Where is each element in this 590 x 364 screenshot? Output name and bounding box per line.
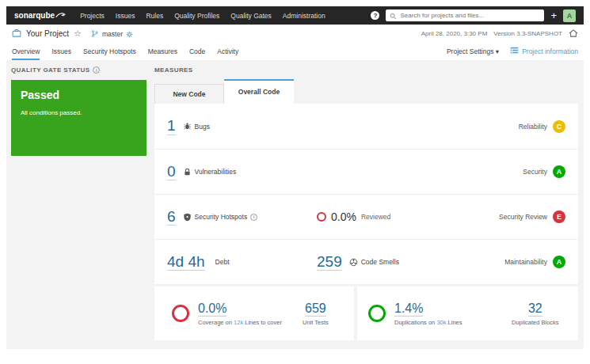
project-settings-dropdown[interactable]: Project Settings ▾ xyxy=(447,47,499,55)
chevron-down-icon: ▾ xyxy=(496,47,499,55)
duplications-ring-icon xyxy=(368,305,386,322)
security-hotspots-label-text: Security Hotspots xyxy=(195,213,248,221)
tab-activity[interactable]: Activity xyxy=(217,47,238,60)
coverage-label-suffix: Lines to cover xyxy=(245,319,282,326)
unit-tests-count[interactable]: 659 xyxy=(305,301,326,317)
measures-heading: MEASURES xyxy=(154,66,578,74)
bug-icon xyxy=(183,122,192,131)
reliability-group: Reliability C xyxy=(519,120,565,133)
tab-overall-code[interactable]: Overall Code xyxy=(224,79,294,104)
main-nav: Projects Issues Rules Quality Profiles Q… xyxy=(80,12,325,20)
duplications-card: 1.4% Duplications on 30k Lines 32 Duplic… xyxy=(357,286,578,340)
home-icon[interactable] xyxy=(569,28,578,40)
maintainability-rating-badge: A xyxy=(553,256,565,268)
branch-name: master xyxy=(102,30,123,38)
duplications-sublabel: Duplications on 30k Lines xyxy=(394,319,512,326)
duplicated-lines-link[interactable]: 30k xyxy=(436,319,446,326)
measures-heading-label: MEASURES xyxy=(154,66,193,74)
bugs-label: Bugs xyxy=(195,123,210,131)
analysis-version: Version 3.3-SNAPSHOT xyxy=(493,30,562,37)
debt-label: Debt xyxy=(215,258,230,266)
nav-item-administration[interactable]: Administration xyxy=(283,12,325,20)
project-icon xyxy=(12,27,21,41)
project-information-label: Project information xyxy=(522,47,578,55)
coverage-percentage[interactable]: 0.0% xyxy=(198,301,226,317)
tab-code[interactable]: Code xyxy=(189,47,205,60)
security-hotspots-label: Security Hotspots i xyxy=(195,213,258,221)
security-hotspots-count[interactable]: 6 xyxy=(167,208,176,226)
vulnerabilities-count[interactable]: 0 xyxy=(167,163,176,181)
top-navbar: sonarqube Projects Issues Rules Quality … xyxy=(6,6,584,25)
bugs-count[interactable]: 1 xyxy=(167,117,176,135)
unit-tests-label: Unit Tests xyxy=(303,319,329,326)
security-rating-badge: A xyxy=(553,165,565,178)
branch-icon xyxy=(91,27,99,41)
search-icon xyxy=(390,9,397,23)
branch-selector[interactable]: master xyxy=(91,27,133,41)
nav-item-quality-gates[interactable]: Quality Gates xyxy=(230,12,272,20)
add-button[interactable]: + xyxy=(550,10,557,21)
overview-main: QUALITY GATE STATUS i Passed All conditi… xyxy=(6,60,584,349)
nav-item-projects[interactable]: Projects xyxy=(80,12,105,20)
security-group: Security A xyxy=(523,165,565,178)
reviewed-ring-icon xyxy=(317,212,326,222)
coverage-card: 0.0% Coverage on 12k Lines to cover 659 … xyxy=(154,286,354,340)
coverage-ring-icon xyxy=(172,305,189,322)
quality-gate-column: QUALITY GATE STATUS i Passed All conditi… xyxy=(11,66,154,349)
nav-item-quality-profiles[interactable]: Quality Profiles xyxy=(174,12,219,20)
sonarqube-swoosh-icon xyxy=(55,11,66,20)
code-smells-count[interactable]: 259 xyxy=(317,253,342,271)
info-icon: i xyxy=(250,214,257,221)
project-information-icon xyxy=(510,46,519,56)
duplicated-blocks-label: Duplicated Blocks xyxy=(512,319,559,326)
navbar-right: ? + A xyxy=(371,9,576,22)
tab-overview[interactable]: Overview xyxy=(12,47,40,60)
duplicated-blocks-block: 32 Duplicated Blocks xyxy=(512,301,559,326)
quality-gate-heading: QUALITY GATE STATUS i xyxy=(11,66,147,74)
vulnerabilities-label: Vulnerabilities xyxy=(195,168,237,176)
tab-new-code[interactable]: New Code xyxy=(154,84,224,104)
branch-gear-icon[interactable] xyxy=(126,27,133,41)
security-review-rating-badge: E xyxy=(553,210,565,223)
reviewed-group: 0.0% Reviewed xyxy=(317,210,390,223)
quality-gate-description: All conditions passed. xyxy=(21,109,137,116)
code-smell-icon xyxy=(349,258,358,267)
duplications-percentage[interactable]: 1.4% xyxy=(394,301,423,317)
app-frame: sonarqube Projects Issues Rules Quality … xyxy=(6,6,584,349)
analysis-meta: April 28, 2020, 3:30 PM Version 3.3-SNAP… xyxy=(421,28,578,40)
project-information-button[interactable]: Project information xyxy=(510,46,578,56)
coverage-label-prefix: Coverage on xyxy=(198,319,232,326)
shield-icon xyxy=(183,213,192,222)
sonarqube-logo[interactable]: sonarqube xyxy=(14,11,66,20)
unit-tests-block: 659 Unit Tests xyxy=(303,301,329,326)
measure-row-bugs: 1 Bugs Reliability C xyxy=(154,104,578,149)
duplicated-blocks-count[interactable]: 32 xyxy=(528,301,542,317)
security-label: Security xyxy=(523,168,547,176)
tab-measures[interactable]: Measures xyxy=(148,47,177,60)
measure-tabs: New Code Overall Code xyxy=(154,79,578,104)
measure-row-security-hotspots: 6 Security Hotspots i 0.0% Reviewed Secu… xyxy=(154,194,578,239)
maintainability-group: Maintainability A xyxy=(504,256,565,268)
info-icon: i xyxy=(93,66,100,74)
search-input[interactable] xyxy=(400,12,540,19)
reviewed-label: Reviewed xyxy=(361,213,390,221)
project-title[interactable]: Your Project xyxy=(26,29,69,38)
security-review-group: Security Review E xyxy=(499,210,565,223)
nav-item-issues[interactable]: Issues xyxy=(116,12,135,20)
avatar[interactable]: A xyxy=(563,9,576,22)
lines-to-cover-link[interactable]: 12k xyxy=(234,319,243,326)
global-search[interactable] xyxy=(386,9,544,21)
duplications-label-prefix: Duplications on xyxy=(394,319,435,326)
quality-gate-heading-label: QUALITY GATE STATUS xyxy=(11,66,89,74)
tab-security-hotspots[interactable]: Security Hotspots xyxy=(83,47,136,60)
tab-issues[interactable]: Issues xyxy=(51,47,71,60)
project-nav-right: Project Settings ▾ Project information xyxy=(447,46,578,60)
measure-row-vulnerabilities: 0 Vulnerabilities Security A xyxy=(154,149,578,194)
nav-item-rules[interactable]: Rules xyxy=(146,12,163,20)
favorite-star-icon[interactable]: ☆ xyxy=(74,29,82,38)
duplications-group: 1.4% Duplications on 30k Lines xyxy=(394,301,512,326)
sonarqube-logo-text: sonarqube xyxy=(14,11,55,20)
help-icon[interactable]: ? xyxy=(371,11,379,20)
debt-value[interactable]: 4d 4h xyxy=(167,253,205,271)
project-header: Your Project ☆ master April 28, 2020, 3:… xyxy=(6,25,584,43)
